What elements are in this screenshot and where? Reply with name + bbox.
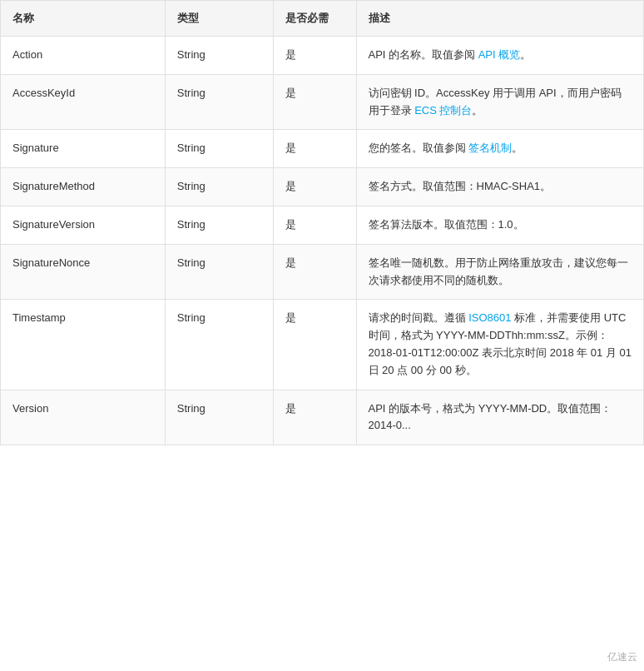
cell-name: Action — [1, 37, 166, 75]
cell-type: String — [165, 300, 273, 390]
cell-name: SignatureMethod — [1, 168, 166, 206]
description-text: 您的签名。取值参阅 — [369, 142, 469, 154]
cell-name: SignatureNonce — [1, 244, 166, 300]
table-row: SignatureString是您的签名。取值参阅 签名机制。 — [1, 130, 644, 168]
header-type: 类型 — [165, 1, 273, 37]
description-text: 。 — [472, 104, 483, 117]
cell-description: 您的签名。取值参阅 签名机制。 — [356, 130, 644, 168]
description-link[interactable]: API 概览 — [478, 48, 521, 61]
description-text: 请求的时间戳。遵循 — [369, 311, 469, 324]
cell-required: 是 — [273, 244, 356, 300]
cell-description: 访问密钥 ID。AccessKey 用于调用 API，而用户密码用于登录 ECS… — [356, 74, 644, 130]
cell-required: 是 — [273, 130, 356, 168]
cell-description: API 的版本号，格式为 YYYY-MM-DD。取值范围：2014-0... — [356, 390, 644, 445]
table-row: AccessKeyIdString是访问密钥 ID。AccessKey 用于调用… — [1, 74, 644, 130]
description-link[interactable]: ECS 控制台 — [414, 104, 472, 117]
cell-description: 签名方式。取值范围：HMAC-SHA1。 — [356, 168, 644, 206]
cell-required: 是 — [273, 74, 356, 130]
cell-type: String — [165, 244, 273, 300]
header-required: 是否必需 — [273, 1, 356, 37]
cell-type: String — [165, 390, 273, 445]
description-text: 签名算法版本。取值范围：1.0。 — [369, 218, 524, 231]
description-text: API 的版本号，格式为 YYYY-MM-DD。取值范围：2014-0... — [369, 402, 612, 432]
cell-required: 是 — [273, 300, 356, 390]
table-row: ActionString是API 的名称。取值参阅 API 概览。 — [1, 37, 644, 75]
cell-type: String — [165, 206, 273, 244]
cell-name: Signature — [1, 130, 166, 168]
table-row: VersionString是API 的版本号，格式为 YYYY-MM-DD。取值… — [1, 390, 644, 445]
table-row: SignatureVersionString是签名算法版本。取值范围：1.0。 — [1, 206, 644, 244]
description-link[interactable]: 签名机制 — [468, 142, 512, 154]
description-text: 签名唯一随机数。用于防止网络重放攻击，建议您每一次请求都使用不同的随机数。 — [369, 256, 628, 286]
header-description: 描述 — [356, 1, 644, 37]
description-text: 。 — [520, 48, 531, 61]
cell-type: String — [165, 74, 273, 130]
table-row: SignatureMethodString是签名方式。取值范围：HMAC-SHA… — [1, 168, 644, 206]
cell-description: API 的名称。取值参阅 API 概览。 — [356, 37, 644, 75]
description-text: 签名方式。取值范围：HMAC-SHA1。 — [369, 180, 552, 192]
cell-required: 是 — [273, 168, 356, 206]
cell-name: Timestamp — [1, 300, 166, 390]
cell-name: SignatureVersion — [1, 206, 166, 244]
api-params-table-container: 名称 类型 是否必需 描述 ActionString是API 的名称。取值参阅 … — [0, 0, 644, 445]
header-name: 名称 — [1, 1, 166, 37]
table-row: TimestampString是请求的时间戳。遵循 ISO8601 标准，并需要… — [1, 300, 644, 390]
cell-name: AccessKeyId — [1, 74, 166, 130]
table-header-row: 名称 类型 是否必需 描述 — [1, 1, 644, 37]
cell-description: 签名唯一随机数。用于防止网络重放攻击，建议您每一次请求都使用不同的随机数。 — [356, 244, 644, 300]
description-link[interactable]: ISO8601 — [468, 311, 511, 324]
cell-name: Version — [1, 390, 166, 445]
cell-type: String — [165, 130, 273, 168]
cell-required: 是 — [273, 390, 356, 445]
api-params-table: 名称 类型 是否必需 描述 ActionString是API 的名称。取值参阅 … — [0, 0, 644, 445]
cell-required: 是 — [273, 37, 356, 75]
cell-description: 签名算法版本。取值范围：1.0。 — [356, 206, 644, 244]
description-text: 访问密钥 ID。AccessKey 用于调用 API，而用户密码用于登录 — [369, 87, 622, 117]
description-text: API 的名称。取值参阅 — [369, 48, 478, 61]
cell-required: 是 — [273, 206, 356, 244]
cell-type: String — [165, 168, 273, 206]
cell-type: String — [165, 37, 273, 75]
cell-description: 请求的时间戳。遵循 ISO8601 标准，并需要使用 UTC 时间，格式为 YY… — [356, 300, 644, 390]
description-text: 。 — [512, 142, 523, 154]
table-row: SignatureNonceString是签名唯一随机数。用于防止网络重放攻击，… — [1, 244, 644, 300]
